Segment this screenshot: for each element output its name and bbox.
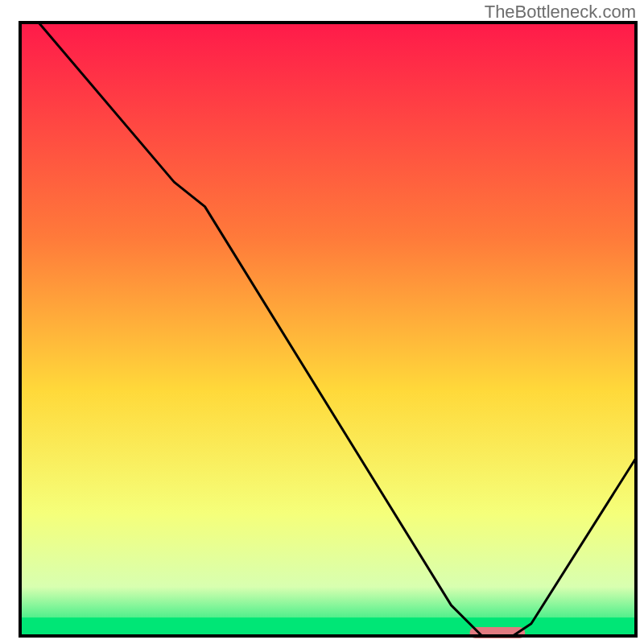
chart-container: TheBottleneck.com (0, 0, 644, 644)
gradient-background (20, 23, 636, 636)
green-band (20, 617, 636, 636)
bottleneck-chart (0, 0, 644, 644)
watermark-text: TheBottleneck.com (485, 2, 636, 23)
